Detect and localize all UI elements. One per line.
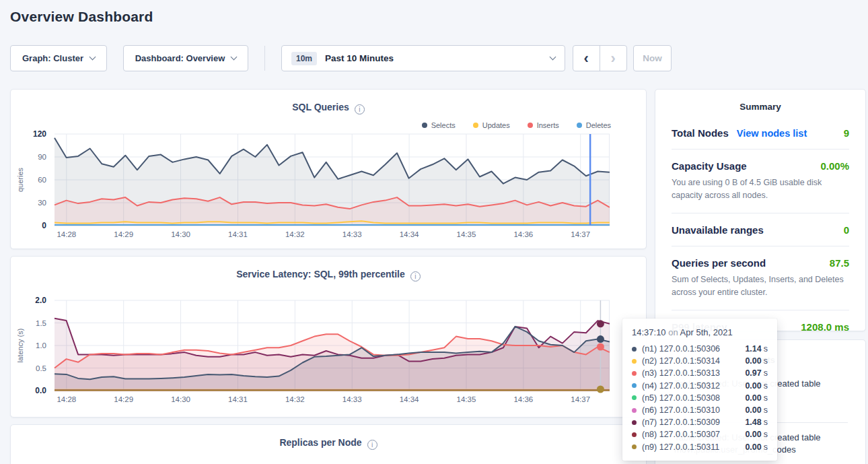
time-range-selector[interactable]: 10m Past 10 Minutes <box>281 45 565 71</box>
x-tick-label: 14:33 <box>342 230 362 238</box>
sql-queries-title-text: SQL Queries <box>292 102 349 112</box>
tooltip-node-address: (n3) 127.0.0.1:50313 <box>642 368 720 378</box>
unavailable-ranges-value: 0 <box>844 224 849 236</box>
service-latency-card: Service Latency: SQL, 99th percentilei l… <box>10 256 647 418</box>
legend-label: Selects <box>431 121 456 129</box>
dashboard-dropdown[interactable]: Dashboard: Overview <box>123 45 248 71</box>
y-tick-label: 30 <box>38 199 46 207</box>
legend-item-deletes[interactable]: Deletes <box>577 121 611 129</box>
tooltip-node-address: (n7) 127.0.0.1:50309 <box>642 418 720 427</box>
tooltip-node-latency: 1.48 <box>745 418 761 427</box>
x-tick-label: 14:29 <box>114 230 133 238</box>
tooltip-latency-unit: s <box>764 368 768 378</box>
info-icon[interactable]: i <box>367 440 377 450</box>
node-series-dot-icon <box>632 408 637 413</box>
x-tick-label: 14:28 <box>57 230 76 238</box>
x-tick-label: 14:32 <box>285 395 305 403</box>
tooltip-row: (n2) 127.0.0.1:503140.00s <box>632 355 768 367</box>
unavailable-ranges-label: Unavailable ranges <box>672 224 764 236</box>
tooltip-node-latency: 0.00 <box>745 381 761 391</box>
tooltip-row: (n1) 127.0.0.1:503061.14s <box>632 343 768 355</box>
tooltip-row: (n7) 127.0.0.1:503091.48s <box>632 416 768 428</box>
time-nav-group: ‹ › <box>573 45 627 71</box>
tooltip-node-latency: 0.00 <box>745 442 761 452</box>
legend-item-updates[interactable]: Updates <box>473 121 510 129</box>
tooltip-row: (n5) 127.0.0.1:503080.00s <box>632 392 768 404</box>
capacity-usage-value: 0.00% <box>820 160 849 172</box>
x-tick-label: 14:30 <box>171 230 190 238</box>
summary-row-unavailable-ranges: Unavailable ranges 0 <box>672 213 849 246</box>
tooltip-latency-unit: s <box>764 430 768 439</box>
x-tick-label: 14:31 <box>228 230 248 238</box>
capacity-usage-description: You are using 0 B of 4.5 GiB usable disk… <box>672 176 849 203</box>
x-tick-label: 14:35 <box>457 395 476 403</box>
x-tick-label: 14:32 <box>285 230 305 238</box>
tooltip-node-latency: 0.97 <box>745 368 761 378</box>
replicas-per-node-card: Replicas per Nodei <box>10 424 647 464</box>
summary-title: Summary <box>655 102 865 112</box>
replicas-per-node-title: Replicas per Nodei <box>11 437 646 450</box>
sql-queries-chart[interactable] <box>55 134 610 226</box>
tooltip-timestamp: 14:37:10 on Apr 5th, 2021 <box>632 327 768 337</box>
sql-queries-plot[interactable]: queries 0306090120 14:2814:2914:3014:311… <box>55 134 610 226</box>
service-latency-title: Service Latency: SQL, 99th percentilei <box>11 269 646 281</box>
info-icon[interactable]: i <box>355 104 365 114</box>
x-tick-label: 14:34 <box>400 395 419 403</box>
summary-panel: Summary Total Nodes View nodes list 9 Ca… <box>655 89 866 331</box>
tooltip-node-latency: 1.14 <box>745 344 761 354</box>
qps-value: 87.5 <box>830 257 849 269</box>
legend-dot-icon <box>422 123 427 128</box>
x-tick-label: 14:29 <box>114 395 133 403</box>
tooltip-latency-unit: s <box>764 344 768 354</box>
tooltip-node-address: (n4) 127.0.0.1:50312 <box>642 381 720 391</box>
tooltip-node-address: (n9) 127.0.0.1:50311 <box>642 442 719 452</box>
node-series-dot-icon <box>632 383 637 388</box>
graph-dropdown[interactable]: Graph: Cluster <box>10 45 107 71</box>
qps-description: Sum of Selects, Updates, Inserts, and De… <box>672 273 849 300</box>
chevron-down-icon <box>231 54 238 61</box>
now-button[interactable]: Now <box>633 45 672 71</box>
node-series-dot-icon <box>632 395 637 400</box>
legend-dot-icon <box>473 123 478 128</box>
summary-body: Total Nodes View nodes list 9 Capacity U… <box>672 117 849 343</box>
legend-item-inserts[interactable]: Inserts <box>528 121 559 129</box>
legend-item-selects[interactable]: Selects <box>422 121 456 129</box>
time-range-badge: 10m <box>291 52 317 65</box>
x-tick-label: 14:37 <box>571 395 590 403</box>
tooltip-row: (n4) 127.0.0.1:503120.00s <box>632 380 768 392</box>
x-tick-label: 14:33 <box>342 395 362 403</box>
sql-queries-title: SQL Queriesi <box>11 102 646 114</box>
time-range-label: Past 10 Minutes <box>325 53 394 63</box>
node-series-dot-icon <box>632 432 637 437</box>
y-tick-label: 0.5 <box>36 364 46 372</box>
prev-time-button[interactable]: ‹ <box>573 46 600 71</box>
overview-dashboard-page: { "page": { "title": "Overview Dashboard… <box>0 0 868 464</box>
page-title: Overview Dashboard <box>10 9 153 25</box>
service-latency-plot[interactable]: latency (s) 0.00.51.01.52.0 14:2814:2914… <box>55 300 610 391</box>
node-series-dot-icon <box>632 420 637 425</box>
tooltip-latency-unit: s <box>764 442 768 452</box>
tooltip-node-latency: 0.00 <box>745 393 761 403</box>
y-tick-label: 1.0 <box>36 341 46 350</box>
y-tick-label: 2.0 <box>35 296 46 305</box>
node-series-dot-icon <box>632 371 637 376</box>
x-tick-label: 14:31 <box>228 395 248 403</box>
chevron-down-icon <box>550 54 556 61</box>
tooltip-node-address: (n5) 127.0.0.1:50308 <box>642 393 720 403</box>
service-latency-chart[interactable] <box>55 300 610 391</box>
summary-row-qps: Queries per second 87.5 Sum of Selects, … <box>672 246 849 310</box>
tooltip-latency-unit: s <box>764 418 768 427</box>
tooltip-row: (n9) 127.0.0.1:503110.00s <box>632 441 768 453</box>
next-time-button[interactable]: › <box>600 46 627 71</box>
x-tick-label: 14:34 <box>400 230 419 238</box>
chevron-down-icon <box>89 54 96 61</box>
view-nodes-list-link[interactable]: View nodes list <box>737 128 807 139</box>
node-series-dot-icon <box>632 347 637 352</box>
sql-x-axis-ticks: 14:2814:2914:3014:3114:3214:3314:3414:35… <box>55 226 610 240</box>
y-tick-label: 0 <box>42 221 46 230</box>
x-tick-label: 14:36 <box>513 230 533 238</box>
p99-latency-value: 1208.0 ms <box>801 321 849 333</box>
info-icon[interactable]: i <box>410 271 421 281</box>
summary-row-total-nodes: Total Nodes View nodes list 9 <box>672 117 849 150</box>
tooltip-node-address: (n1) 127.0.0.1:50306 <box>642 344 720 354</box>
